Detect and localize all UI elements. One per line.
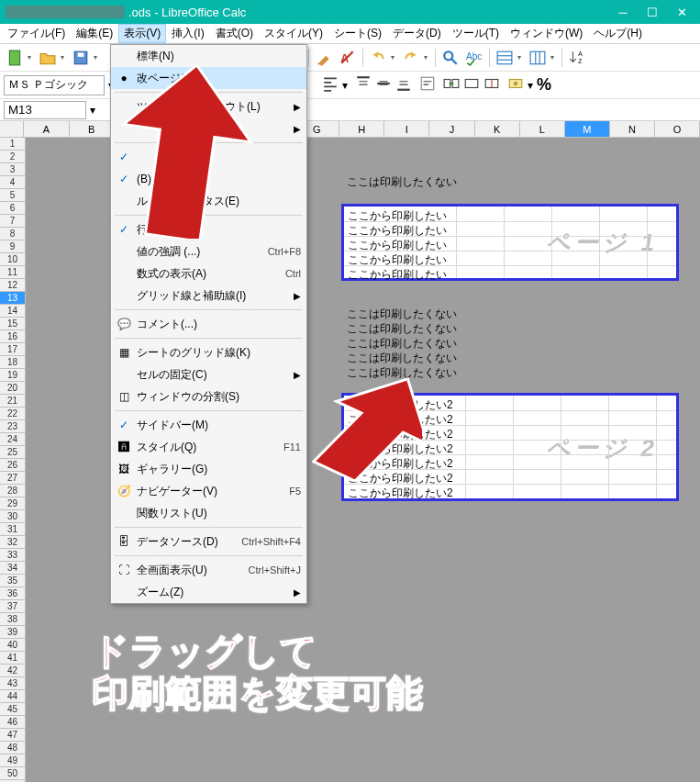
- clear-format-icon[interactable]: A: [337, 47, 359, 69]
- row-hdr[interactable]: 22: [0, 408, 26, 420]
- menu-item[interactable]: 数式の表示(A)Ctrl: [111, 263, 306, 285]
- open-icon[interactable]: [37, 47, 59, 69]
- currency-icon[interactable]: [507, 75, 524, 95]
- save-icon[interactable]: [70, 47, 92, 69]
- row-hdr[interactable]: 50: [0, 767, 26, 780]
- menu-data[interactable]: データ(D): [387, 24, 447, 43]
- row-hdr[interactable]: 15: [0, 318, 26, 330]
- menu-item[interactable]: 🗄データソース(D)Ctrl+Shift+F4: [111, 531, 306, 553]
- row-hdr[interactable]: 10: [0, 253, 26, 266]
- paint-icon[interactable]: [313, 47, 335, 69]
- unmerge-icon[interactable]: [463, 75, 480, 95]
- row-hdr[interactable]: 14: [0, 305, 26, 318]
- split-icon[interactable]: [483, 75, 500, 95]
- row-hdr[interactable]: 26: [0, 459, 26, 472]
- menu-item[interactable]: ✓サイドバー(M): [111, 414, 306, 436]
- row-hdr[interactable]: 41: [0, 652, 26, 665]
- row-hdr[interactable]: 31: [0, 523, 26, 536]
- menu-file[interactable]: ファイル(F): [2, 24, 71, 43]
- menu-item[interactable]: セルの固定(C)▶: [111, 363, 306, 385]
- row-hdr[interactable]: 46: [0, 716, 26, 729]
- col-hdr[interactable]: O: [655, 121, 700, 138]
- row-hdr[interactable]: 1: [0, 138, 26, 151]
- row-hdr[interactable]: 19: [0, 369, 26, 382]
- select-all-corner[interactable]: [0, 121, 24, 138]
- col-hdr[interactable]: I: [384, 121, 429, 138]
- row-hdr[interactable]: 30: [0, 510, 26, 523]
- name-box[interactable]: [4, 101, 86, 119]
- row-hdr[interactable]: 45: [0, 703, 26, 716]
- find-icon[interactable]: [439, 47, 461, 69]
- col-icon[interactable]: [527, 47, 549, 69]
- menu-sheet[interactable]: シート(S): [328, 24, 387, 43]
- new-doc-icon[interactable]: [4, 47, 26, 69]
- menu-item[interactable]: ▦シートのグリッド線(K): [111, 341, 306, 363]
- col-hdr[interactable]: M: [565, 121, 610, 138]
- row-hdr[interactable]: 16: [0, 330, 26, 343]
- menu-view[interactable]: 表示(V): [118, 24, 166, 43]
- row-hdr[interactable]: 18: [0, 356, 26, 369]
- row-icon[interactable]: [494, 47, 516, 69]
- row-hdr[interactable]: 32: [0, 536, 26, 549]
- redo-icon[interactable]: [400, 47, 422, 69]
- row-hdr[interactable]: 11: [0, 266, 26, 279]
- menu-item[interactable]: 🧭ナビゲーター(V)F5: [111, 480, 306, 502]
- menu-item[interactable]: 💬コメント(...): [111, 313, 306, 335]
- row-hdr[interactable]: 33: [0, 549, 26, 562]
- menu-item[interactable]: ズーム(Z)▶: [111, 581, 306, 603]
- row-hdr[interactable]: 38: [0, 613, 26, 626]
- row-hdr[interactable]: 5: [0, 189, 26, 202]
- valign-mid-icon[interactable]: [375, 75, 392, 95]
- row-hdr[interactable]: 2: [0, 151, 26, 163]
- menu-item[interactable]: 値の強調 (...)Ctrl+F8: [111, 240, 306, 263]
- row-hdr[interactable]: 48: [0, 742, 26, 754]
- row-hdr[interactable]: 29: [0, 497, 26, 510]
- row-hdr[interactable]: 25: [0, 446, 26, 459]
- row-hdr[interactable]: 8: [0, 228, 26, 240]
- row-hdr[interactable]: 42: [0, 665, 26, 677]
- menu-edit[interactable]: 編集(E): [71, 24, 118, 43]
- close-button[interactable]: ✕: [669, 4, 694, 20]
- row-hdr[interactable]: 20: [0, 382, 26, 395]
- menu-tools[interactable]: ツール(T): [447, 24, 505, 43]
- undo-icon[interactable]: [367, 47, 389, 69]
- col-hdr[interactable]: N: [610, 121, 655, 138]
- row-hdr[interactable]: 24: [0, 433, 26, 446]
- row-hdr[interactable]: 47: [0, 729, 26, 742]
- minimize-button[interactable]: ─: [610, 4, 636, 20]
- valign-top-icon[interactable]: [355, 75, 372, 95]
- percent-icon[interactable]: %: [537, 75, 551, 95]
- row-hdr[interactable]: 4: [0, 176, 26, 189]
- col-hdr[interactable]: A: [24, 121, 69, 138]
- row-hdr[interactable]: 13: [0, 292, 26, 305]
- menu-style[interactable]: スタイル(Y): [259, 24, 328, 43]
- row-hdr[interactable]: 27: [0, 472, 26, 485]
- row-hdr[interactable]: 9: [0, 240, 26, 253]
- maximize-button[interactable]: ☐: [639, 4, 665, 20]
- col-hdr[interactable]: L: [520, 121, 565, 138]
- merge-icon[interactable]: [443, 75, 460, 95]
- row-hdr[interactable]: 44: [0, 690, 26, 703]
- sort-asc-icon[interactable]: AZ: [566, 47, 588, 69]
- row-hdr[interactable]: 37: [0, 600, 26, 613]
- font-name-input[interactable]: [4, 75, 105, 95]
- row-hdr[interactable]: 3: [0, 163, 26, 176]
- menu-item[interactable]: グリッド線と補助線(I)▶: [111, 285, 306, 307]
- print-range-1[interactable]: ページ 1 ここから印刷したいここから印刷したいここから印刷したいここから印刷し…: [341, 204, 679, 281]
- row-hdr[interactable]: 12: [0, 279, 26, 292]
- col-hdr[interactable]: J: [429, 121, 474, 138]
- menu-insert[interactable]: 挿入(I): [166, 24, 209, 43]
- col-hdr[interactable]: H: [339, 121, 384, 138]
- menu-item[interactable]: ⛶全画面表示(U)Ctrl+Shift+J: [111, 559, 306, 581]
- row-hdr[interactable]: 35: [0, 575, 26, 587]
- row-hdr[interactable]: 39: [0, 626, 26, 639]
- menu-item[interactable]: 🖼ギャラリー(G): [111, 458, 306, 480]
- col-hdr[interactable]: B: [70, 121, 115, 138]
- col-hdr[interactable]: K: [475, 121, 520, 138]
- align-left-icon[interactable]: [322, 75, 339, 95]
- valign-bot-icon[interactable]: [395, 75, 412, 95]
- menu-help[interactable]: ヘルプ(H): [588, 24, 648, 43]
- row-hdr[interactable]: 43: [0, 677, 26, 690]
- row-hdr[interactable]: 7: [0, 215, 26, 228]
- menu-window[interactable]: ウィンドウ(W): [505, 24, 588, 43]
